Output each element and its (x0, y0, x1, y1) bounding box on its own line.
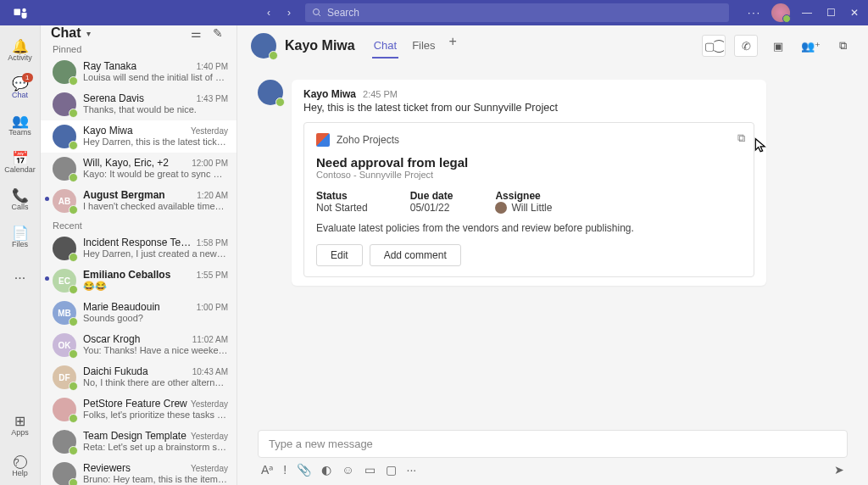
card-title: Need approval from legal (316, 155, 742, 170)
rail-item-calendar[interactable]: 📅Calendar (0, 144, 41, 181)
attach-icon[interactable]: 📎 (297, 463, 311, 477)
chat-row[interactable]: ABAugust Bergman1:20 AMI haven't checked… (41, 185, 236, 217)
zoho-projects-icon (316, 133, 330, 147)
chat-row[interactable]: ReviewersYesterdayBruno: Hey team, this … (41, 458, 236, 485)
sticker-icon[interactable]: ▢ (386, 463, 397, 477)
add-people-button[interactable]: 👥⁺ (798, 35, 822, 57)
video-call-button[interactable]: ▢⁐ (702, 35, 726, 57)
card-app-name: Zoho Projects (337, 134, 399, 146)
message-text: Hey, this is the latest ticket from our … (303, 102, 754, 114)
nav-forward-button[interactable]: › (281, 7, 297, 19)
audio-call-button[interactable]: ✆ (734, 35, 758, 57)
pinned-section-label: Pinned (41, 41, 236, 56)
loop-icon[interactable]: ◐ (321, 463, 331, 477)
message-author: Kayo Miwa (303, 88, 356, 100)
app-rail: 🔔Activity1💬Chat👥Teams📅Calendar📞Calls📄Fil… (0, 25, 41, 485)
chat-row[interactable]: MBMarie Beaudouin1:00 PMSounds good? (41, 297, 236, 329)
messages-area: Kayo Miwa 2:45 PM Hey, this is the lates… (237, 66, 868, 423)
conversation-avatar[interactable] (251, 33, 276, 59)
status-label: Status (316, 190, 368, 202)
chat-list-title[interactable]: Chat (51, 25, 81, 41)
tab-chat[interactable]: Chat (372, 34, 398, 59)
due-date-label: Due date (410, 190, 453, 202)
title-bar: ‹ › Search ··· — ☐ ✕ (0, 0, 868, 25)
conversation-panel: Kayo Miwa Chat Files + ▢⁐ ✆ ▣ 👥⁺ ⧉ Kayo … (237, 25, 868, 485)
card-description: Evaluate latest policies from the vendor… (316, 222, 742, 234)
svg-point-1 (22, 8, 26, 13)
rail-apps-button[interactable]: ⊞Apps (0, 407, 41, 444)
svg-line-3 (319, 14, 321, 17)
chat-list-panel: Chat ▾ ⚌ ✎ Pinned Ray Tanaka1:40 PMLouis… (41, 25, 237, 485)
card-subtitle: Contoso - Sunnyville Project (316, 170, 742, 180)
rail-item-files[interactable]: 📄Files (0, 219, 41, 256)
assignee-label: Assignee (495, 190, 552, 202)
gif-icon[interactable]: ▭ (364, 463, 376, 477)
chat-row[interactable]: Will, Kayo, Eric, +212:00 PMKayo: It wou… (41, 153, 236, 185)
chat-row[interactable]: Serena Davis1:43 PMThanks, that would be… (41, 88, 236, 120)
filter-icon[interactable]: ⚌ (187, 26, 204, 40)
svg-point-2 (314, 9, 320, 15)
tab-files[interactable]: Files (410, 34, 437, 59)
adaptive-card: Zoho Projects ⧉ Need approval from legal… (303, 122, 754, 277)
recent-section-label: Recent (41, 217, 236, 232)
chat-row[interactable]: PetStore Feature CrewYesterdayFolks, let… (41, 393, 236, 426)
search-input[interactable]: Search (305, 3, 729, 22)
chat-row[interactable]: Team Design TemplateYesterdayReta: Let's… (41, 426, 236, 458)
message: Kayo Miwa 2:45 PM Hey, this is the lates… (258, 80, 848, 286)
svg-rect-0 (14, 9, 21, 16)
status-value: Not Started (316, 202, 368, 214)
chevron-down-icon: ▾ (86, 29, 91, 38)
rail-item-chat[interactable]: 1💬Chat (0, 70, 41, 107)
search-placeholder: Search (327, 7, 359, 19)
chat-row[interactable]: Ray Tanaka1:40 PMLouisa will send the in… (41, 56, 236, 88)
more-compose-icon[interactable]: ··· (407, 463, 417, 477)
add-comment-button[interactable]: Add comment (370, 244, 461, 266)
teams-logo-icon (0, 5, 41, 20)
conversation-header: Kayo Miwa Chat Files + ▢⁐ ✆ ▣ 👥⁺ ⧉ (237, 25, 868, 66)
compose-placeholder: Type a new message (269, 438, 373, 450)
window-minimize-button[interactable]: — (800, 7, 814, 19)
send-button[interactable]: ➤ (834, 463, 844, 477)
rail-help-button[interactable]: ?Help (0, 448, 41, 485)
assignee-value: Will Little (511, 202, 552, 214)
chat-row[interactable]: Incident Response Team1:58 PMHey Darren,… (41, 232, 236, 265)
chat-row[interactable]: ECEmiliano Ceballos1:55 PM😂😂 (41, 265, 236, 297)
chat-row[interactable]: DFDaichi Fukuda10:43 AMNo, I think there… (41, 361, 236, 393)
rail-item-activity[interactable]: 🔔Activity (0, 32, 41, 70)
nav-back-button[interactable]: ‹ (261, 7, 276, 19)
more-options-button[interactable]: ··· (748, 7, 761, 19)
chat-row[interactable]: OKOscar Krogh11:02 AMYou: Thanks! Have a… (41, 329, 236, 361)
screen-share-button[interactable]: ▣ (766, 35, 790, 57)
assignee-avatar (495, 202, 507, 214)
message-avatar[interactable] (258, 80, 283, 105)
window-maximize-button[interactable]: ☐ (824, 7, 837, 19)
due-date-value: 05/01/22 (410, 202, 453, 214)
popout-button[interactable]: ⧉ (831, 35, 854, 57)
conversation-title: Kayo Miwa (285, 38, 355, 53)
compose-input[interactable]: Type a new message (258, 430, 848, 458)
emoji-icon[interactable]: ☺ (342, 463, 353, 477)
priority-icon[interactable]: ! (283, 463, 287, 477)
compose-toolbar: Aᵃ ! 📎 ◐ ☺ ▭ ▢ ··· ➤ (258, 458, 848, 477)
message-timestamp: 2:45 PM (363, 89, 398, 99)
edit-button[interactable]: Edit (316, 244, 363, 266)
format-icon[interactable]: Aᵃ (261, 463, 273, 477)
rail-item-teams[interactable]: 👥Teams (0, 107, 41, 144)
chat-row[interactable]: Kayo MiwaYesterdayHey Darren, this is th… (41, 120, 236, 153)
window-close-button[interactable]: ✕ (848, 7, 861, 19)
new-chat-icon[interactable]: ✎ (209, 26, 226, 40)
current-user-avatar[interactable] (771, 3, 790, 22)
rail-more-button[interactable]: ··· (0, 259, 41, 297)
rail-item-calls[interactable]: 📞Calls (0, 181, 41, 219)
copy-card-icon[interactable]: ⧉ (737, 131, 745, 145)
add-tab-button[interactable]: + (449, 34, 457, 59)
